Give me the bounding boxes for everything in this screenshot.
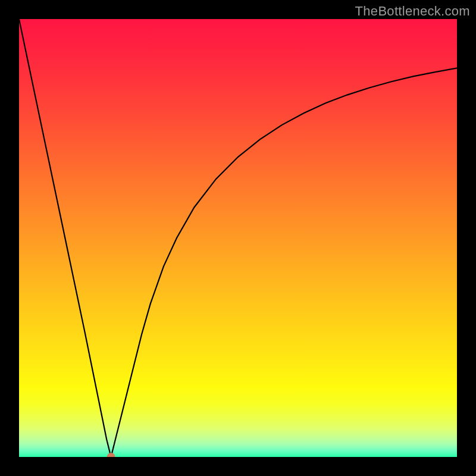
plot-area xyxy=(19,19,457,457)
watermark-text: TheBottleneck.com xyxy=(355,4,470,19)
gradient-background xyxy=(19,19,457,457)
chart-frame: TheBottleneck.com xyxy=(0,0,476,476)
bottleneck-chart xyxy=(19,19,457,457)
